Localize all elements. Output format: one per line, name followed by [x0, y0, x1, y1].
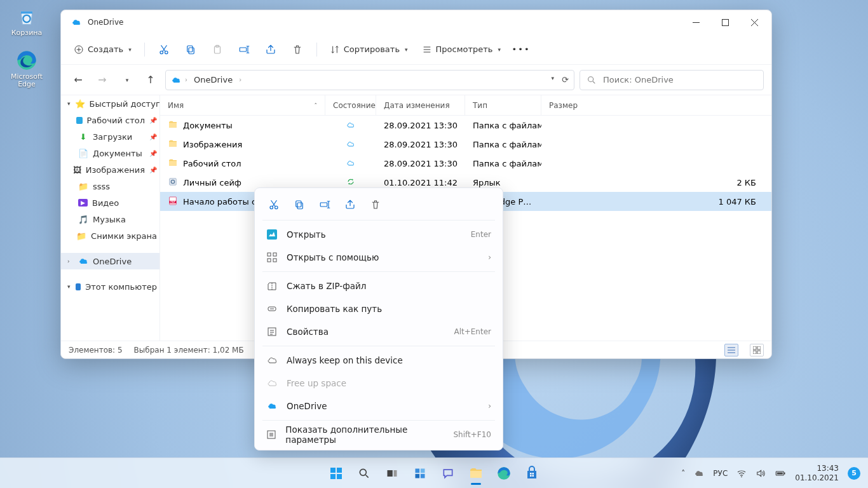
table-row[interactable]: Документы28.09.2021 13:30Папка с файлами [160, 116, 771, 135]
search-box[interactable] [580, 70, 764, 90]
copy-button[interactable] [179, 39, 202, 60]
table-row[interactable]: Изображения28.09.2021 13:30Папка с файла… [160, 135, 771, 154]
column-date[interactable]: Дата изменения [376, 95, 465, 115]
context-open[interactable]: ОткрытьEnter [259, 223, 499, 246]
context-zip[interactable]: Сжать в ZIP-файл [259, 274, 499, 297]
chevron-down-icon[interactable]: ▾ [552, 75, 555, 85]
cut-button[interactable] [153, 39, 175, 60]
sidebar-item-music[interactable]: 🎵Музыка [61, 211, 159, 227]
context-free-up: Free up space [259, 372, 499, 395]
context-open-with[interactable]: Открыть с помощью› [259, 246, 499, 269]
search-input[interactable] [602, 74, 757, 85]
taskbar-search-button[interactable] [351, 461, 377, 486]
volume-icon[interactable] [756, 468, 766, 478]
tray-notifications-button[interactable]: 5 [848, 467, 860, 480]
maximize-button[interactable] [710, 10, 740, 34]
context-delete-button[interactable] [364, 194, 387, 215]
context-more-options[interactable]: Показать дополнительные параметрыShift+F… [259, 423, 499, 446]
context-properties[interactable]: СвойстваAlt+Enter [259, 320, 499, 343]
svg-rect-37 [337, 474, 342, 479]
sidebar-label: ssss [93, 182, 110, 191]
taskbar-store-button[interactable] [519, 461, 545, 486]
file-date: 28.09.2021 13:30 [384, 159, 458, 168]
context-onedrive[interactable]: OneDrive› [259, 395, 499, 417]
sidebar-item-pictures[interactable]: 🖼Изображения📌 [61, 161, 159, 178]
sidebar-item-documents[interactable]: 📄Документы📌 [61, 145, 159, 161]
store-icon [524, 466, 539, 481]
pc-icon [76, 283, 81, 290]
minimize-button[interactable] [681, 10, 710, 34]
start-button[interactable] [323, 461, 349, 486]
context-always-keep[interactable]: Always keep on this device [259, 349, 499, 372]
sidebar: ▾ ⭐ Быстрый доступ Рабочий стол📌 ⬇Загруз… [61, 95, 160, 341]
toolbar: Создать▾ Сортировать▾ Просмотреть▾ ••• [61, 34, 771, 65]
tray-language[interactable]: РУС [713, 469, 728, 478]
svg-rect-41 [416, 468, 420, 473]
new-label: Создать [88, 44, 123, 54]
sidebar-item-folder[interactable]: 📁ssss [61, 178, 159, 194]
svg-rect-34 [330, 468, 336, 473]
breadcrumb[interactable]: › OneDrive › ▾ ⟳ [165, 70, 574, 90]
taskbar-explorer-button[interactable] [463, 461, 489, 486]
crumb-onedrive[interactable]: OneDrive [191, 73, 235, 86]
view-grid-button[interactable] [750, 344, 764, 356]
tray-chevron-button[interactable]: ˄ [681, 469, 685, 478]
sidebar-item-thispc[interactable]: ▾Этот компьютер [61, 278, 159, 295]
delete-button[interactable] [286, 39, 309, 60]
forward-button[interactable]: → [93, 71, 112, 90]
desktop-icon-edge[interactable]: Microsoft Edge [4, 49, 50, 89]
rename-button[interactable] [233, 39, 255, 60]
share-button[interactable] [259, 39, 282, 60]
column-state[interactable]: Состояние [325, 95, 376, 115]
sidebar-label: Видео [92, 198, 119, 208]
close-button[interactable] [740, 10, 769, 34]
sort-button[interactable]: Сортировать▾ [325, 39, 413, 60]
search-icon [587, 75, 597, 85]
onedrive-tray-icon[interactable] [694, 468, 704, 478]
taskbar-edge-button[interactable] [491, 461, 517, 486]
chevron-right-icon: › [239, 76, 241, 83]
taskbar-taskview-button[interactable] [379, 461, 405, 486]
cut-icon [158, 44, 170, 55]
column-size[interactable]: Размер [541, 95, 771, 115]
app-icon [266, 229, 278, 240]
context-copy-button[interactable] [288, 194, 311, 215]
context-rename-button[interactable] [313, 194, 336, 215]
sidebar-item-videos[interactable]: ▶Видео [61, 194, 159, 211]
sidebar-quick-access[interactable]: ▾ ⭐ Быстрый доступ [61, 95, 159, 112]
refresh-button[interactable]: ⟳ [562, 75, 569, 85]
chevron-down-icon: ▾ [67, 283, 71, 290]
battery-icon[interactable] [775, 468, 786, 479]
column-type[interactable]: Тип [465, 95, 541, 115]
view-details-button[interactable] [724, 344, 738, 356]
taskbar-chat-button[interactable] [435, 461, 461, 486]
svg-rect-24 [296, 201, 301, 207]
sidebar-item-onedrive[interactable]: ›OneDrive [61, 253, 159, 269]
sidebar-item-screenshots[interactable]: 📁Снимки экрана [61, 227, 159, 244]
titlebar[interactable]: OneDrive [61, 10, 771, 34]
recent-button[interactable]: ▾ [117, 71, 136, 90]
up-button[interactable]: ↑ [141, 71, 160, 90]
desktop-icon-recycle-bin[interactable]: Корзина [4, 5, 50, 37]
svg-rect-25 [320, 203, 327, 207]
svg-rect-12 [170, 178, 177, 185]
wifi-icon[interactable] [736, 468, 747, 478]
tray-clock[interactable]: 13:43 01.10.2021 [795, 464, 839, 482]
context-share-button[interactable] [339, 194, 362, 215]
table-row[interactable]: Рабочий стол28.09.2021 13:30Папка с файл… [160, 154, 771, 173]
view-button[interactable]: Просмотреть▾ [417, 39, 506, 60]
sidebar-item-downloads[interactable]: ⬇Загрузки📌 [61, 128, 159, 145]
sort-icon [330, 44, 340, 55]
sidebar-item-desktop[interactable]: Рабочий стол📌 [61, 112, 159, 128]
star-icon: ⭐ [75, 98, 85, 109]
context-copy-path[interactable]: Копировать как путь [259, 297, 499, 320]
new-button[interactable]: Создать▾ [69, 39, 137, 60]
context-cut-button[interactable] [262, 194, 285, 215]
taskbar-widgets-button[interactable] [407, 461, 433, 486]
column-name[interactable]: Имя˄ [160, 95, 325, 115]
paste-button[interactable] [206, 39, 229, 60]
more-button[interactable]: ••• [510, 39, 532, 60]
tray-date: 01.10.2021 [795, 473, 839, 482]
back-button[interactable]: ← [69, 71, 88, 90]
copy-icon [185, 44, 196, 55]
